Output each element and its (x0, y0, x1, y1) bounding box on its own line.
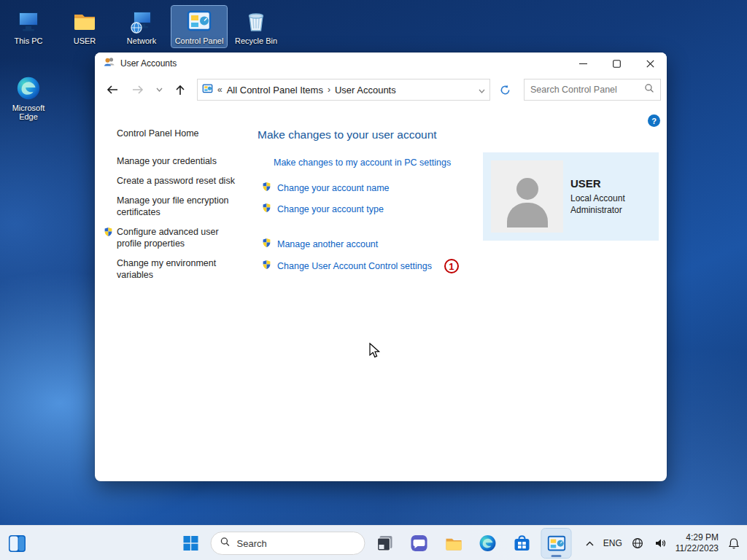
sidebar-item-password-reset-disk[interactable]: Create a password reset disk (117, 175, 238, 187)
search-icon[interactable] (644, 83, 654, 96)
taskbar-control-panel-icon[interactable] (542, 529, 571, 558)
uac-shield-icon (104, 227, 113, 240)
uac-shield-icon (262, 182, 271, 195)
sidebar-item-file-encryption-certificates[interactable]: Manage your file encryption certificates (117, 195, 238, 218)
tray-time: 4:29 PM (676, 532, 719, 543)
user-name: USER (570, 177, 625, 190)
sidebar-item-control-panel-home[interactable]: Control Panel Home (117, 128, 238, 139)
user-accounts-window-icon (104, 56, 115, 71)
this-pc-icon (15, 8, 42, 34)
link-change-account-type[interactable]: Change your account type (277, 204, 384, 214)
sidebar-item-advanced-user-profile[interactable]: Configure advanced user profile properti… (117, 226, 238, 249)
desktop-icon-network[interactable]: Network (114, 6, 169, 47)
desktop-icon-user-folder[interactable]: USER (57, 6, 112, 47)
sidebar: Control Panel Home Manage your credentia… (117, 128, 238, 289)
tray-chevron-up-icon[interactable] (584, 540, 595, 548)
widgets-icon[interactable] (7, 534, 26, 553)
user-avatar (491, 160, 563, 233)
sidebar-item-environment-variables[interactable]: Change my environment variables (117, 257, 238, 281)
clock[interactable]: 4:29 PM 11/22/2023 (676, 532, 719, 554)
breadcrumb[interactable]: « All Control Panel Items › User Account… (197, 79, 490, 101)
user-accounts-window: User Accounts (95, 52, 667, 481)
close-button[interactable] (633, 52, 667, 74)
control-panel-search[interactable] (524, 79, 661, 101)
up-button[interactable] (169, 79, 192, 101)
breadcrumb-separator-icon: › (328, 85, 330, 95)
control-panel-icon (186, 8, 212, 34)
start-button[interactable] (177, 529, 206, 558)
forward-button[interactable] (126, 79, 150, 101)
minimize-button[interactable] (566, 52, 600, 74)
sidebar-item-manage-credentials[interactable]: Manage your credentials (117, 155, 238, 167)
user-account-card: USER Local Account Administrator (483, 152, 659, 241)
desktop-icon-label: Recycle Bin (230, 36, 282, 45)
taskbar-search-input[interactable] (237, 538, 356, 549)
desktop-icon-label: Network (115, 36, 168, 45)
window-content: ? Control Panel Home Manage your credent… (95, 105, 667, 481)
user-account-type: Local Account (570, 193, 625, 205)
desktop-icon-label: This PC (2, 36, 55, 45)
back-button[interactable] (101, 79, 124, 101)
link-change-uac-settings[interactable]: Change User Account Control settings (277, 261, 432, 271)
file-explorer-icon[interactable] (439, 529, 468, 558)
refresh-button[interactable] (492, 79, 517, 101)
user-role: Administrator (570, 205, 625, 217)
annotation-step-marker: 1 (444, 259, 459, 273)
folder-icon (71, 8, 98, 34)
recycle-bin-icon (243, 8, 269, 34)
language-indicator[interactable]: ENG (603, 538, 622, 548)
uac-shield-icon (262, 238, 271, 251)
network-icon (128, 8, 155, 34)
microsoft-store-icon[interactable] (508, 529, 537, 558)
desktop-icon-label: Control Panel (173, 36, 225, 45)
desktop-icon-label: Microsoft Edge (2, 104, 55, 121)
link-manage-another-account[interactable]: Manage another account (277, 239, 378, 249)
chat-icon[interactable] (405, 529, 434, 558)
window-titlebar[interactable]: User Accounts (95, 52, 667, 74)
breadcrumb-dropdown-chevron-icon[interactable] (479, 85, 485, 96)
desktop-icon-label: USER (58, 36, 111, 45)
uac-shield-icon (262, 260, 271, 273)
avatar-head-shape (516, 178, 538, 200)
window-title: User Accounts (120, 58, 177, 69)
page-title: Make changes to your user account (258, 128, 667, 141)
desktop-icon-microsoft-edge[interactable]: Microsoft Edge (1, 73, 56, 123)
breadcrumb-item-all-control-panel-items[interactable]: All Control Panel Items (227, 85, 323, 96)
maximize-button[interactable] (600, 52, 633, 74)
main-pane: Make changes to your user account Make c… (258, 105, 667, 481)
recent-pages-chevron-icon[interactable] (152, 79, 166, 101)
taskbar: ENG 4:29 PM 11/22/2023 (0, 525, 747, 560)
avatar-body-shape (507, 203, 548, 228)
breadcrumb-truncation[interactable]: « (217, 85, 222, 95)
task-view-icon[interactable] (371, 529, 400, 558)
breadcrumb-location-icon (202, 83, 213, 96)
tray-date: 11/22/2023 (676, 543, 719, 554)
edge-icon[interactable] (473, 529, 503, 558)
notification-bell-icon[interactable] (727, 536, 741, 551)
desktop-icon-recycle-bin[interactable]: Recycle Bin (228, 6, 284, 47)
desktop-icon-control-panel[interactable]: Control Panel (171, 6, 227, 47)
link-change-account-name[interactable]: Change your account name (277, 183, 390, 193)
breadcrumb-item-user-accounts[interactable]: User Accounts (335, 85, 396, 96)
desktop-icon-this-pc[interactable]: This PC (1, 6, 56, 47)
volume-icon[interactable] (653, 536, 667, 551)
system-tray: ENG 4:29 PM 11/22/2023 (584, 526, 741, 560)
search-icon (220, 537, 231, 550)
uac-shield-icon (262, 203, 271, 216)
sidebar-item-label: Configure advanced user profile properti… (117, 227, 219, 249)
navigation-bar: « All Control Panel Items › User Account… (95, 74, 667, 105)
control-panel-search-input[interactable] (530, 85, 640, 95)
taskbar-search[interactable] (211, 532, 365, 555)
edge-icon (15, 75, 42, 101)
link-pc-settings[interactable]: Make changes to my account in PC setting… (274, 158, 451, 168)
network-globe-icon[interactable] (630, 536, 645, 551)
